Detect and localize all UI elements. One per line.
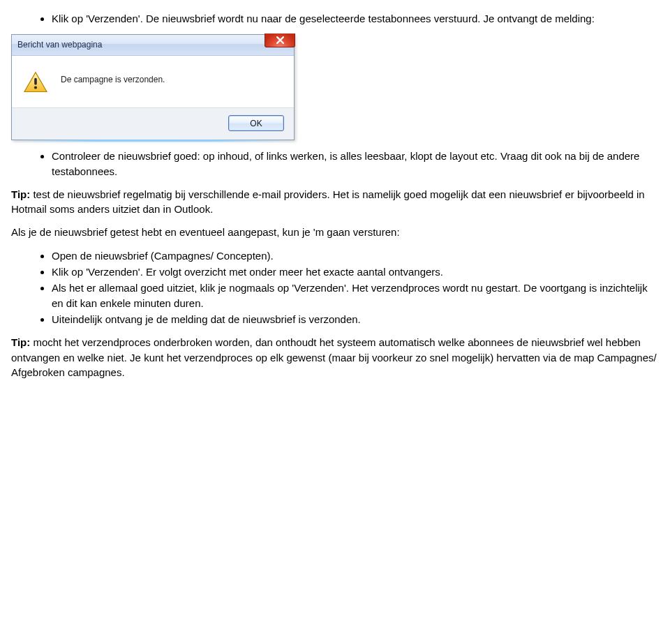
dialog-footer: OK xyxy=(12,107,294,140)
svg-rect-0 xyxy=(34,78,37,85)
dialog-title: Bericht van webpagina xyxy=(17,39,102,51)
list-item: Uiteindelijk ontvang je de melding dat d… xyxy=(52,312,659,327)
tip-label: Tip: xyxy=(11,188,30,200)
warning-icon xyxy=(23,71,48,93)
close-button[interactable] xyxy=(265,33,295,47)
list-item: Klik op 'Verzenden'. De nieuwsbrief word… xyxy=(52,11,659,26)
tip-text: mocht het verzendproces onderbroken word… xyxy=(11,336,657,378)
svg-point-1 xyxy=(34,87,37,89)
tip-text: test de nieuwsbrief regelmatig bij versc… xyxy=(11,188,645,215)
ok-button[interactable]: OK xyxy=(228,115,284,131)
intro-bullets: Klik op 'Verzenden'. De nieuwsbrief word… xyxy=(11,11,659,26)
tip-paragraph-1: Tip: test de nieuwsbrief regelmatig bij … xyxy=(11,187,659,217)
send-steps-bullets: Open de nieuwsbrief (Campagnes/ Concepte… xyxy=(11,248,659,327)
dialog-titlebar: Bericht van webpagina xyxy=(12,35,294,56)
paragraph-send-intro: Als je de nieuwsbrief getest hebt en eve… xyxy=(11,225,659,239)
tip-paragraph-2: Tip: mocht het verzendproces onderbroken… xyxy=(11,335,659,380)
list-item: Controleer de nieuwsbrief goed: op inhou… xyxy=(52,149,659,179)
dialog-window: Bericht van webpagina De campagne is ver… xyxy=(11,34,295,140)
list-item: Als het er allemaal goed uitziet, klik j… xyxy=(52,280,659,310)
dialog-screenshot: Bericht van webpagina De campagne is ver… xyxy=(11,34,659,142)
dialog-message: De campagne is verzonden. xyxy=(61,71,165,86)
list-item: Klik op 'Verzenden'. Er volgt overzicht … xyxy=(52,264,659,279)
list-item: Open de nieuwsbrief (Campagnes/ Concepte… xyxy=(52,248,659,263)
close-icon xyxy=(276,36,284,44)
dialog-glow xyxy=(11,140,295,142)
dialog-body: De campagne is verzonden. xyxy=(12,56,294,107)
tip-label: Tip: xyxy=(11,336,30,348)
after-dialog-bullets: Controleer de nieuwsbrief goed: op inhou… xyxy=(11,149,659,179)
